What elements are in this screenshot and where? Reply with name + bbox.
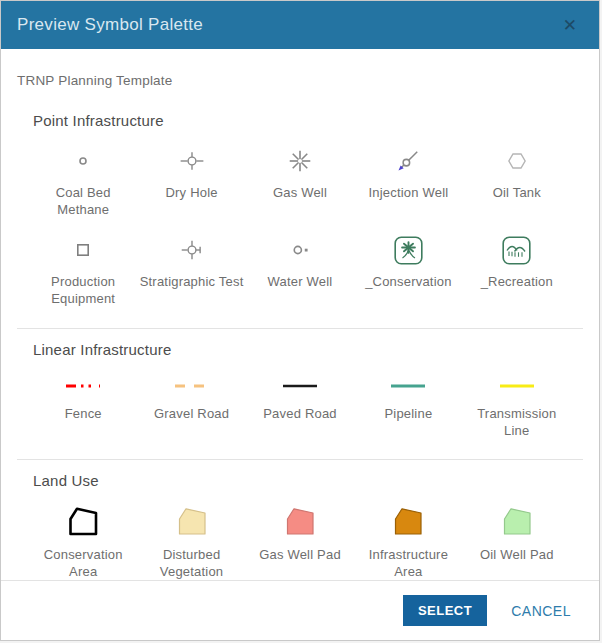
gravel-road-line-icon (170, 372, 214, 400)
disturbed-vegetation-polygon-icon (174, 503, 210, 541)
symbol-item-gas-well: Gas Well (246, 143, 354, 218)
dialog-title: Preview Symbol Palette (17, 15, 203, 35)
symbol-label: Oil Tank (493, 184, 541, 201)
infrastructure-area-polygon-icon (390, 503, 426, 541)
symbol-item-recreation: _Recreation (463, 232, 571, 307)
symbol-label: Fence (65, 405, 102, 422)
symbol-label: Pipeline (384, 405, 432, 422)
symbol-label: Infrastructure Area (356, 546, 460, 580)
injection-well-icon (395, 143, 421, 179)
fence-line-icon (61, 372, 105, 400)
symbol-item-production-equipment: Production Equipment (29, 232, 137, 307)
symbol-item-transmission-line: Transmission Line (463, 372, 571, 439)
line-symbol-grid: FenceGravel RoadPaved RoadPipelineTransm… (29, 372, 571, 439)
symbol-label: Transmission Line (465, 405, 569, 439)
symbol-label: Gravel Road (154, 405, 229, 422)
symbol-label: Production Equipment (31, 273, 135, 307)
pipeline-line-icon (386, 372, 430, 400)
symbol-item-oil-well-pad: Oil Well Pad (463, 503, 571, 580)
symbol-item-conservation: _Conservation (354, 232, 462, 307)
paved-road-line-icon (278, 372, 322, 400)
template-name: TRNP Planning Template (17, 73, 583, 88)
stratigraphic-test-icon (179, 232, 205, 268)
point-symbol-grid: Coal Bed MethaneDry HoleGas WellInjectio… (29, 143, 571, 308)
symbol-label: Disturbed Vegetation (140, 546, 244, 580)
symbol-item-fence: Fence (29, 372, 137, 439)
symbol-item-gravel-road: Gravel Road (137, 372, 245, 439)
symbol-label: _Recreation (481, 273, 553, 290)
symbol-item-gas-well-pad: Gas Well Pad (246, 503, 354, 580)
symbol-item-coal-bed-methane: Coal Bed Methane (29, 143, 137, 218)
select-button[interactable]: SELECT (403, 595, 487, 626)
symbol-label: Gas Well (273, 184, 327, 201)
symbol-item-oil-tank: Oil Tank (463, 143, 571, 218)
polygon-symbol-grid: Conservation AreaDisturbed VegetationGas… (29, 503, 571, 580)
symbol-item-infrastructure-area: Infrastructure Area (354, 503, 462, 580)
conservation-area-polygon-icon (65, 503, 101, 541)
symbol-label: Paved Road (263, 405, 337, 422)
symbol-item-dry-hole: Dry Hole (137, 143, 245, 218)
symbol-item-pipeline: Pipeline (354, 372, 462, 439)
symbol-label: _Conservation (365, 273, 451, 290)
section-divider (17, 328, 583, 329)
dialog-body: TRNP Planning Template Point Infrastruct… (1, 49, 599, 580)
symbol-label: Injection Well (368, 184, 448, 201)
symbol-item-water-well: Water Well (246, 232, 354, 307)
symbol-item-conservation-area: Conservation Area (29, 503, 137, 580)
symbol-label: Dry Hole (166, 184, 218, 201)
preview-symbol-palette-dialog: Preview Symbol Palette ✕ TRNP Planning T… (0, 0, 600, 641)
dialog-footer: SELECT CANCEL (1, 580, 599, 640)
cancel-button[interactable]: CANCEL (511, 603, 571, 619)
water-well-icon (287, 232, 313, 268)
section-title-land-use: Land Use (33, 472, 583, 489)
dialog-header: Preview Symbol Palette ✕ (1, 1, 599, 49)
symbol-label: Water Well (268, 273, 333, 290)
symbol-label: Conservation Area (31, 546, 135, 580)
symbol-item-stratigraphic-test: Stratigraphic Test (137, 232, 245, 307)
symbol-label: Oil Well Pad (480, 546, 554, 563)
dry-hole-icon (179, 143, 205, 179)
oil-well-pad-polygon-icon (499, 503, 535, 541)
recreation-stamp-icon (502, 232, 531, 268)
section-title-linear-infrastructure: Linear Infrastructure (33, 341, 583, 358)
symbol-item-disturbed-vegetation: Disturbed Vegetation (137, 503, 245, 580)
section-divider (17, 459, 583, 460)
coal-bed-methane-icon (71, 143, 95, 179)
symbol-item-injection-well: Injection Well (354, 143, 462, 218)
close-icon[interactable]: ✕ (559, 13, 581, 38)
oil-tank-icon (504, 143, 530, 179)
gas-well-icon (287, 143, 313, 179)
symbol-label: Stratigraphic Test (140, 273, 244, 290)
symbol-item-paved-road: Paved Road (246, 372, 354, 439)
transmission-line-icon (495, 372, 539, 400)
production-equipment-icon (71, 232, 95, 268)
section-title-point-infrastructure: Point Infrastructure (33, 112, 583, 129)
conservation-stamp-icon (394, 232, 423, 268)
symbol-label: Gas Well Pad (259, 546, 341, 563)
gas-well-pad-polygon-icon (282, 503, 318, 541)
symbol-label: Coal Bed Methane (31, 184, 135, 218)
